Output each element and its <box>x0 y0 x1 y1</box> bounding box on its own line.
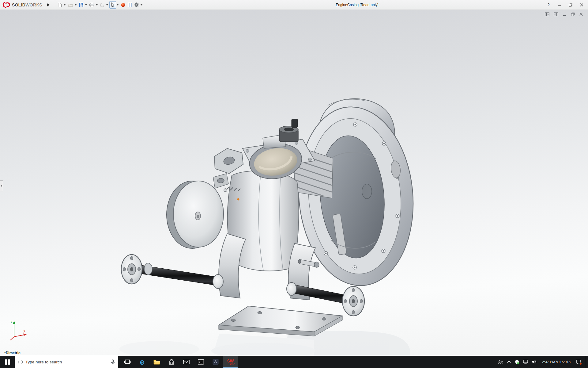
minimize-button[interactable] <box>557 3 562 7</box>
undo-button[interactable] <box>99 2 106 8</box>
network-icon <box>523 360 528 364</box>
store-button[interactable] <box>164 356 179 368</box>
right-axle[interactable] <box>287 282 364 316</box>
solidworks-taskbar-year: 2017 <box>230 363 235 365</box>
open-button[interactable] <box>67 2 74 8</box>
restore-document-icon <box>571 12 575 16</box>
window-controls: ? <box>546 0 584 10</box>
close-document-icon <box>579 12 583 16</box>
search-input[interactable] <box>25 360 108 364</box>
undo-dropdown-caret[interactable] <box>106 4 108 6</box>
select-dropdown-caret[interactable] <box>117 4 119 6</box>
new-dropdown-caret[interactable] <box>64 4 66 6</box>
taskbar-clock[interactable]: 2:37 PM 7/11/2018 <box>541 360 572 364</box>
minimize-icon <box>558 3 561 7</box>
save-icon <box>79 2 84 7</box>
print-button[interactable] <box>88 2 95 8</box>
new-document-button[interactable] <box>56 2 63 8</box>
solidworks-window: SOLIDWORKS <box>0 0 588 368</box>
print-icon <box>89 2 94 7</box>
maximize-button[interactable] <box>568 3 573 7</box>
clock-time: 2:37 PM <box>542 360 555 364</box>
brand-text: SOLIDWORKS <box>12 2 42 7</box>
chevron-up-icon <box>507 361 511 363</box>
command-prompt-button[interactable] <box>194 356 208 368</box>
task-view-icon <box>124 359 131 365</box>
view-orientation-label: *Dimetric <box>4 351 21 355</box>
notification-badge <box>579 362 582 365</box>
menu-flyout-arrow-icon[interactable] <box>47 3 50 6</box>
tray-expand-button[interactable] <box>507 361 511 363</box>
model-reflection <box>119 331 410 356</box>
help-button[interactable]: ? <box>546 2 551 7</box>
dock-pane-left-icon <box>545 12 549 16</box>
edge-button[interactable]: e <box>135 356 149 368</box>
appearance-button[interactable] <box>120 2 126 8</box>
volume-icon <box>532 360 537 364</box>
mail-icon <box>183 360 190 364</box>
print-dropdown-caret[interactable] <box>96 4 98 6</box>
quick-access-toolbar <box>56 1 144 9</box>
flywheel-disc[interactable] <box>167 181 224 248</box>
options-gear-icon <box>134 2 139 7</box>
command-prompt-icon <box>198 359 204 365</box>
people-icon <box>498 360 503 364</box>
selection-dot <box>237 198 239 201</box>
restore-document-button[interactable] <box>571 12 575 16</box>
engine-casing-model[interactable] <box>0 10 588 356</box>
select-arrow-icon <box>111 2 115 7</box>
options-dropdown-caret[interactable] <box>141 4 142 6</box>
dock-pane-right-button[interactable] <box>554 12 558 16</box>
document-window-controls <box>545 12 583 16</box>
pinned-app-button[interactable] <box>208 356 223 368</box>
open-dropdown-caret[interactable] <box>75 4 77 6</box>
left-axle[interactable] <box>121 255 223 289</box>
graphics-viewport[interactable]: Y X *Dimetric <box>0 10 588 356</box>
show-desktop-button[interactable] <box>585 356 587 368</box>
properties-sheet-icon <box>127 2 132 7</box>
task-view-button[interactable] <box>120 356 135 368</box>
triad-y-label: Y <box>10 320 13 324</box>
volume-tray-button[interactable] <box>532 360 537 364</box>
solidworks-taskbar-button[interactable]: SW 2017 <box>223 356 238 368</box>
collapse-arrow-icon <box>1 185 2 187</box>
taskbar-pinned-apps: e <box>120 356 238 368</box>
network-tray-button[interactable] <box>523 360 528 364</box>
file-explorer-button[interactable] <box>149 356 164 368</box>
defender-tray-button[interactable] <box>515 360 519 364</box>
save-dropdown-caret[interactable] <box>85 4 87 6</box>
start-button[interactable] <box>0 356 15 368</box>
tray-people-button[interactable] <box>498 360 503 364</box>
close-document-button[interactable] <box>579 12 583 16</box>
solidworks-taskbar-icon: SW <box>227 359 234 363</box>
taskbar-search[interactable] <box>15 356 118 368</box>
dock-pane-left-button[interactable] <box>545 12 549 16</box>
edge-icon: e <box>140 358 144 366</box>
minimize-document-icon <box>563 12 567 16</box>
select-tool-button[interactable] <box>109 1 116 9</box>
properties-sheet-button[interactable] <box>126 2 133 8</box>
minimize-document-button[interactable] <box>563 12 567 16</box>
options-button[interactable] <box>133 2 140 8</box>
window-title: EngineCasing [Read-only] <box>336 3 378 7</box>
orientation-triad: Y X <box>8 319 28 342</box>
solidworks-logo: SOLIDWORKS <box>0 2 42 8</box>
close-button[interactable] <box>579 3 584 7</box>
triad-x-label: X <box>23 330 25 333</box>
open-folder-icon <box>68 2 73 7</box>
mail-button[interactable] <box>179 356 194 368</box>
ds-logo-icon <box>2 2 10 8</box>
microphone-icon[interactable] <box>111 359 115 365</box>
action-center-button[interactable] <box>576 359 581 364</box>
titlebar: SOLIDWORKS <box>0 0 588 10</box>
undo-icon <box>100 2 105 7</box>
save-button[interactable] <box>78 2 85 8</box>
new-document-icon <box>57 2 62 7</box>
clock-date: 7/11/2018 <box>555 360 571 364</box>
store-icon <box>169 359 174 365</box>
close-icon <box>580 3 583 7</box>
pinned-app-icon <box>213 359 219 365</box>
panel-collapse-tab[interactable] <box>0 180 3 191</box>
defender-shield-icon <box>515 360 519 364</box>
taskbar: e <box>0 356 588 368</box>
